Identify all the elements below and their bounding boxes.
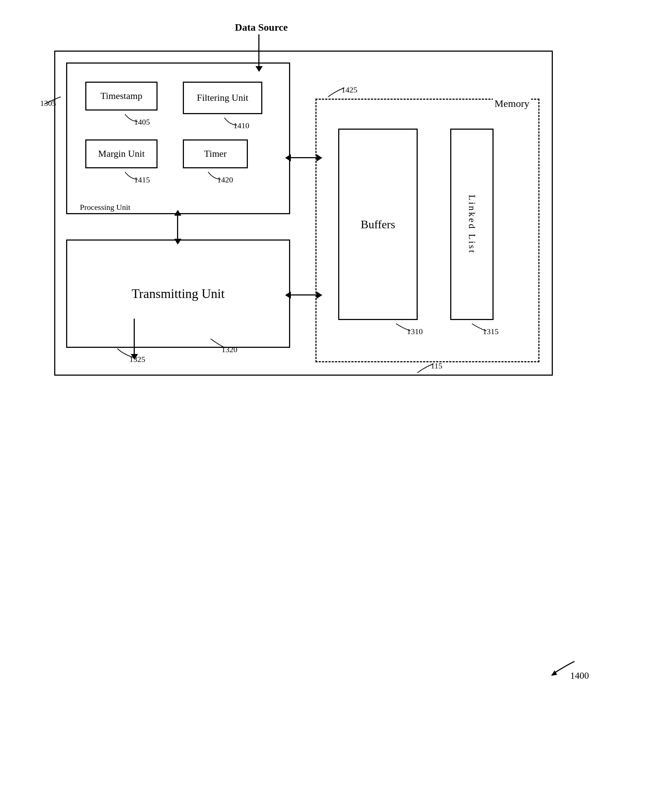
ref-1405: 1405 [123,112,141,125]
memory-box: Memory Buffers Linked List 1310 [315,99,539,362]
ref-1325: 1325 [116,347,137,361]
arrow-proc-trans [177,215,178,239]
timestamp-label: Timestamp [100,91,143,101]
ref-1425: 1425 [326,86,348,101]
linked-list-label: Linked List [466,195,477,254]
timer-box: Timer [183,139,248,168]
transmitting-unit-box: Transmitting Unit [66,239,290,348]
transmitting-unit-label: Transmitting Unit [131,286,225,301]
memory-label: Memory [493,98,531,109]
ref-115: 115 [415,362,437,377]
ref-1320: 1320 [207,337,229,354]
margin-unit-label: Margin Unit [98,149,145,159]
timestamp-box: Timestamp [85,82,158,111]
ref-1410: 1410 [222,116,241,129]
ref-1305: 1305 [41,95,63,108]
ref-1420: 1420 [206,170,224,183]
outer-box-115: Timestamp Filtering Unit Margin Unit Tim… [54,51,553,376]
filtering-unit-box: Filtering Unit [183,82,262,114]
ref-1400-group: 1400 [549,660,585,679]
processing-unit-box: Timestamp Filtering Unit Margin Unit Tim… [66,63,290,214]
ref-1310: 1310 [394,322,414,335]
buffers-box: Buffers [338,129,418,320]
ref-1315: 1315 [470,322,490,335]
data-source-label: Data Source [235,22,288,33]
buffers-label: Buffers [361,218,395,231]
ref-1400-label: 1400 [570,670,589,681]
timer-label: Timer [204,149,227,159]
processing-unit-label: Processing Unit [80,203,130,212]
filtering-unit-label: Filtering Unit [197,93,248,103]
linked-list-box: Linked List [450,129,494,320]
ref-1415: 1415 [123,170,141,183]
arrow-trans-mem [290,294,317,295]
arrow-proc-mem [290,157,317,158]
diagram-container: Data Source Timestamp Filtering Unit Mar… [43,22,614,708]
margin-unit-box: Margin Unit [85,139,158,168]
